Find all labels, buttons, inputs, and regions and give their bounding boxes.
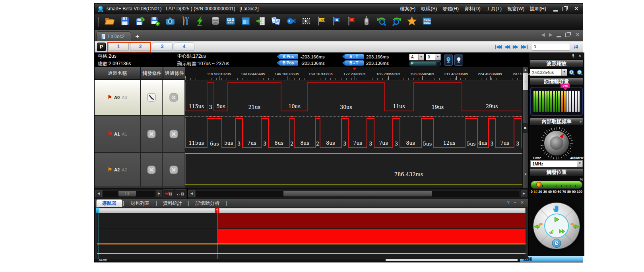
first-page-icon[interactable]: ❘◀◀ [494,44,500,49]
channel-row-a0[interactable]: ⚑A0A0 [95,80,185,116]
more-icon[interactable]: » [579,118,582,125]
tab-ladoc2[interactable]: LaDoc2 [96,31,131,41]
menu-item-4[interactable]: 工具(T) [486,6,502,12]
navigation-wheel[interactable] [533,203,580,249]
favorite-button[interactable] [405,16,419,28]
flag-t-button[interactable]: T [345,16,358,28]
waveform-row-a0[interactable]: 115us35us21us10us30us11us19us29us [185,80,522,117]
sampling-frequency-knob[interactable] [543,130,570,156]
trigger-position-pin[interactable] [535,181,542,188]
navigator-panel[interactable]: T [95,207,528,259]
panel-expand-button[interactable]: ▶ [523,123,528,133]
instrument-button[interactable] [224,16,237,28]
a-t-tag[interactable]: A - T [345,54,364,59]
screenshot-button[interactable] [163,16,177,28]
vertical-scroll-handle[interactable]: ≡ [523,73,528,90]
menu-item-6[interactable]: 說明(H) [530,6,546,12]
zoom-undo-button[interactable] [375,16,388,28]
navigator-left-cursor[interactable] [99,208,99,259]
binary-data-button[interactable]: 01010101 [420,16,434,28]
minimize-button[interactable] [553,6,558,12]
probe-button[interactable] [360,16,373,28]
menu-item-1[interactable]: 取樣(S) [421,6,437,12]
page-number-input[interactable]: 1 [532,43,570,51]
scroll-down-icon[interactable]: ▼ [523,173,528,176]
menu-item-2[interactable]: 硬體(H) [442,6,459,12]
setup-tools-button[interactable] [178,16,192,28]
frequency-combo[interactable]: 1MHz▼ [530,160,583,167]
doc-minimize-button[interactable] [557,32,561,37]
new-tab-button[interactable]: + [131,32,143,41]
a-pos-tag[interactable]: A Pos [279,54,298,59]
doc-close-button[interactable]: ✕ [576,32,580,37]
bus-connect-button[interactable] [284,16,298,28]
place-marker-button[interactable] [454,54,463,66]
next-page-icon[interactable]: ▶▶ [513,44,517,49]
waveform-snapshot-button[interactable] [163,189,174,198]
page-button-4[interactable]: 4 [174,43,194,51]
repeat-button[interactable] [548,229,554,235]
menu-item-3[interactable]: 資料(D) [464,6,481,12]
flag-a-button[interactable]: A [314,16,328,28]
next-edge-button[interactable] [570,223,579,229]
wave-scroll-left-icon[interactable]: ◀ [188,190,195,197]
table-scroll-left-icon[interactable]: ◀ [95,190,102,197]
export-data-button[interactable] [254,16,268,28]
zoom-out-button[interactable] [576,69,583,76]
marker-select-combo[interactable]: A▼ [409,54,424,60]
filter-condition-cell[interactable] [163,80,184,116]
acquire-button[interactable] [194,16,207,28]
vertical-scrollbar[interactable]: ▲ ≡ ▼ ▶ [522,67,528,188]
flag-b-button[interactable]: B [330,16,343,28]
compare-docs-button[interactable] [269,16,283,28]
window-layout-button[interactable] [239,16,252,28]
zoom-value-combo[interactable]: 2.613254us▼ [530,69,567,76]
goto-marker-button[interactable] [444,54,453,66]
restore-button[interactable] [562,7,567,11]
zoom-in-button[interactable] [568,69,575,76]
filter-condition-cell[interactable] [163,116,184,153]
save-restore-button[interactable] [133,16,147,28]
close-button[interactable]: ✕ [572,6,580,12]
b-t-tag[interactable]: B - T [345,60,364,66]
fast-forward-button[interactable] [559,229,566,234]
trigger-position-bar[interactable] [531,181,582,188]
trigger-condition-cell[interactable] [141,80,163,116]
zoom-redo-button[interactable] [390,16,403,28]
panel-close-icon[interactable]: ✕ [578,54,582,58]
wave-scroll-handle[interactable] [283,191,432,196]
scroll-up-icon[interactable]: ▲ [523,68,528,72]
waveform-row-a1[interactable]: 115us6us5us37us38us28us28us37us37us38us5… [185,117,522,153]
page-p-button[interactable]: P [97,43,106,51]
table-scroll-track[interactable]: ||| [103,190,155,197]
memory-gauge[interactable]: 2M [530,87,583,116]
tab-navigator[interactable]: 導航器 [96,199,122,207]
tab-packet-list[interactable]: 封包列表 [125,200,155,207]
memory-device-button[interactable] [209,16,222,28]
scroll-tabs-left-icon[interactable]: ◀ [541,32,545,37]
time-mode-button[interactable] [552,239,561,248]
prev-page-icon[interactable]: ◀◀ [504,44,509,49]
table-scroll-right-icon[interactable]: ▶ [156,190,162,197]
help-button[interactable]: ? [507,200,510,205]
save-button[interactable] [118,16,132,28]
doc-restore-button[interactable] [565,33,570,37]
tab-memory-analysis[interactable]: 記憶體分析 [190,200,225,207]
trigger-position-gauge[interactable]: % 0102030405060708090100 [531,178,582,196]
play-button[interactable] [553,216,560,223]
tab-data-statistics[interactable]: 資料統計 [157,200,188,207]
pan-hand-button[interactable] [552,204,561,213]
wave-scroll-track[interactable] [196,190,520,197]
state-snapshot-button[interactable] [175,189,186,198]
channel-row-a1[interactable]: ⚑A1A1 [95,116,185,153]
table-scroll-handle[interactable]: ||| [118,191,136,196]
time-ruler[interactable]: 119.968192us133.034464us146.100736us159.… [185,67,522,80]
wave-scroll-right-icon[interactable]: ▶ [521,190,527,197]
panel-minimize-button[interactable]: − [514,200,516,205]
pushpin-icon[interactable] [571,53,575,58]
scroll-tabs-right-icon[interactable]: ▶ [549,32,553,37]
panel-close-button[interactable]: ✕ [520,200,524,205]
filter-condition-cell[interactable] [163,153,184,187]
save-settings-button[interactable] [148,16,162,28]
navigator-view-cursor[interactable] [217,208,217,259]
